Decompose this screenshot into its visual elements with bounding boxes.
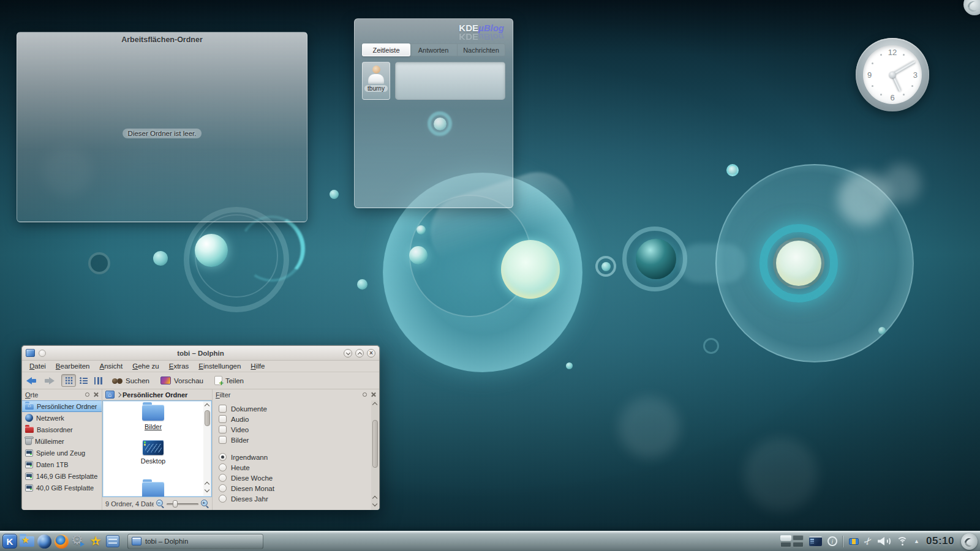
radio[interactable] bbox=[219, 463, 227, 471]
expand-tray-arrow-icon[interactable]: ▲ bbox=[914, 538, 919, 544]
scrollbar-thumb[interactable] bbox=[205, 410, 210, 426]
menu-bearbeiten[interactable]: Bearbeiten bbox=[51, 361, 95, 372]
file-item-partial[interactable] bbox=[103, 482, 203, 497]
back-button[interactable] bbox=[26, 375, 39, 386]
radio[interactable] bbox=[219, 484, 227, 492]
kde-menu-button[interactable]: K bbox=[1, 533, 18, 550]
filter-heute[interactable]: Heute bbox=[219, 462, 379, 473]
pager-desktop-1[interactable] bbox=[780, 535, 791, 541]
window-menu-button[interactable] bbox=[39, 350, 46, 357]
file-drawer-launcher[interactable] bbox=[104, 533, 121, 550]
breadcrumb-location[interactable]: Persönlicher Ordner bbox=[123, 391, 187, 399]
file-view[interactable]: Bilder Desktop bbox=[102, 400, 212, 497]
favorites-launcher[interactable]: ★ bbox=[87, 533, 104, 550]
task-button-dolphin[interactable]: tobi – Dolphin bbox=[127, 534, 263, 549]
zoom-slider[interactable] bbox=[167, 500, 198, 508]
microblog-user-tile[interactable]: tburny bbox=[362, 62, 390, 100]
desktop-toolbox-cashew[interactable] bbox=[963, 0, 980, 15]
place-muelleimer[interactable]: Mülleimer bbox=[22, 435, 102, 447]
place-spiele-und-zeug[interactable]: Spiele und Zeug bbox=[22, 447, 102, 459]
file-item-desktop[interactable]: Desktop bbox=[103, 440, 203, 465]
wifi-icon[interactable] bbox=[896, 537, 908, 546]
radio[interactable] bbox=[219, 474, 227, 482]
system-settings-launcher[interactable] bbox=[70, 533, 87, 550]
share-button[interactable]: Teilen bbox=[210, 374, 248, 388]
panel-toolbox-cashew[interactable] bbox=[961, 533, 978, 550]
radio[interactable] bbox=[219, 495, 227, 503]
place-netzwerk[interactable]: Netzwerk bbox=[22, 412, 102, 424]
filter-dokumente[interactable]: Dokumente bbox=[219, 403, 379, 414]
forward-button[interactable] bbox=[42, 375, 55, 386]
checkbox[interactable] bbox=[219, 405, 227, 413]
web-browser-launcher[interactable] bbox=[53, 533, 70, 550]
virtual-desktop-pager[interactable] bbox=[780, 535, 804, 547]
pager-desktop-3[interactable] bbox=[780, 542, 791, 547]
filter-bilder[interactable]: Bilder bbox=[219, 435, 379, 445]
scrollbar-thumb[interactable] bbox=[372, 420, 378, 468]
file-view-scrollbar[interactable] bbox=[203, 402, 211, 496]
filter-diese-woche[interactable]: Diese Woche bbox=[219, 473, 379, 483]
zoom-in-icon[interactable]: + bbox=[201, 500, 209, 508]
filter-dieses-jahr[interactable]: Dieses Jahr bbox=[219, 493, 379, 504]
folderview-widget[interactable]: Arbeitsflächen-Ordner Dieser Ordner ist … bbox=[17, 32, 307, 222]
file-item-bilder[interactable]: Bilder bbox=[103, 405, 203, 430]
menu-datei[interactable]: Datei bbox=[24, 361, 51, 372]
home-icon[interactable] bbox=[105, 391, 115, 399]
checkbox[interactable] bbox=[219, 415, 227, 423]
radio-selected[interactable] bbox=[219, 453, 227, 461]
pager-desktop-2[interactable] bbox=[793, 535, 804, 541]
menu-einstellungen[interactable]: Einstellungen bbox=[194, 361, 246, 372]
search-button[interactable]: Suchen bbox=[108, 374, 154, 388]
filter-video[interactable]: Video bbox=[219, 424, 379, 435]
scroll-up-icon[interactable] bbox=[372, 402, 377, 407]
minimize-button[interactable] bbox=[344, 349, 352, 358]
terminal-icon[interactable] bbox=[809, 536, 822, 546]
mail-client-launcher[interactable] bbox=[36, 533, 53, 550]
place-persoenlicher-ordner[interactable]: Persönlicher Ordner bbox=[22, 400, 102, 412]
scroll-up-icon[interactable] bbox=[372, 496, 377, 501]
menu-ansicht[interactable]: Ansicht bbox=[95, 361, 128, 372]
preview-button[interactable]: Vorschau bbox=[156, 374, 208, 388]
places-close-icon[interactable] bbox=[93, 392, 99, 397]
filter-close-icon[interactable] bbox=[371, 392, 376, 397]
pager-desktop-4[interactable] bbox=[793, 542, 804, 547]
maximize-button[interactable] bbox=[355, 349, 364, 358]
places-float-icon[interactable] bbox=[85, 392, 89, 397]
breadcrumb[interactable]: Persönlicher Ordner bbox=[102, 389, 212, 400]
place-festplatte-146[interactable]: 146,9 GiB Festplatte bbox=[22, 470, 102, 482]
zoom-out-icon[interactable]: − bbox=[156, 500, 164, 508]
checkbox[interactable] bbox=[219, 436, 227, 444]
dolphin-titlebar[interactable]: tobi – Dolphin × bbox=[22, 346, 379, 361]
microblog-widget[interactable]: KDEµBlog KDEµBlog Zeitleiste Antworten N… bbox=[354, 18, 513, 208]
taskbar-clock[interactable]: 05:10 bbox=[925, 535, 956, 547]
volume-icon[interactable] bbox=[878, 536, 891, 546]
scroll-down-icon[interactable] bbox=[205, 487, 209, 492]
checkbox[interactable] bbox=[219, 425, 227, 433]
filter-audio[interactable]: Audio bbox=[219, 414, 379, 424]
microblog-message-input[interactable] bbox=[395, 62, 505, 100]
bookmarks-folder-launcher[interactable] bbox=[18, 533, 36, 550]
menu-extras[interactable]: Extras bbox=[164, 361, 194, 372]
tab-zeitleiste[interactable]: Zeitleiste bbox=[362, 43, 410, 56]
place-basisordner[interactable]: Basisordner bbox=[22, 424, 102, 435]
place-daten-1tb[interactable]: Daten 1TB bbox=[22, 459, 102, 470]
details-view-button[interactable] bbox=[76, 374, 91, 387]
tab-antworten[interactable]: Antworten bbox=[410, 44, 458, 56]
place-festplatte-40[interactable]: 40,0 GiB Festplatte bbox=[22, 482, 102, 493]
filter-float-icon[interactable] bbox=[363, 392, 367, 397]
tab-nachrichten[interactable]: Nachrichten bbox=[458, 44, 505, 56]
info-icon[interactable]: i bbox=[827, 536, 837, 546]
dolphin-app-icon[interactable] bbox=[26, 349, 35, 357]
clipboard-scissors-icon[interactable]: ✂ bbox=[862, 535, 875, 548]
scroll-up-icon[interactable] bbox=[205, 403, 209, 408]
filter-irgendwann[interactable]: Irgendwann bbox=[219, 452, 379, 462]
analog-clock-widget[interactable]: 12 3 6 9 bbox=[856, 38, 929, 111]
menu-hilfe[interactable]: Hilfe bbox=[246, 361, 270, 372]
zoom-slider-thumb[interactable] bbox=[173, 500, 178, 508]
close-button[interactable]: × bbox=[367, 349, 375, 358]
scroll-down-icon[interactable] bbox=[372, 501, 377, 506]
scroll-up-icon[interactable] bbox=[205, 482, 209, 487]
device-notifier-icon[interactable] bbox=[849, 538, 859, 545]
menu-gehezu[interactable]: Gehe zu bbox=[127, 361, 164, 372]
icons-view-button[interactable] bbox=[61, 374, 76, 387]
